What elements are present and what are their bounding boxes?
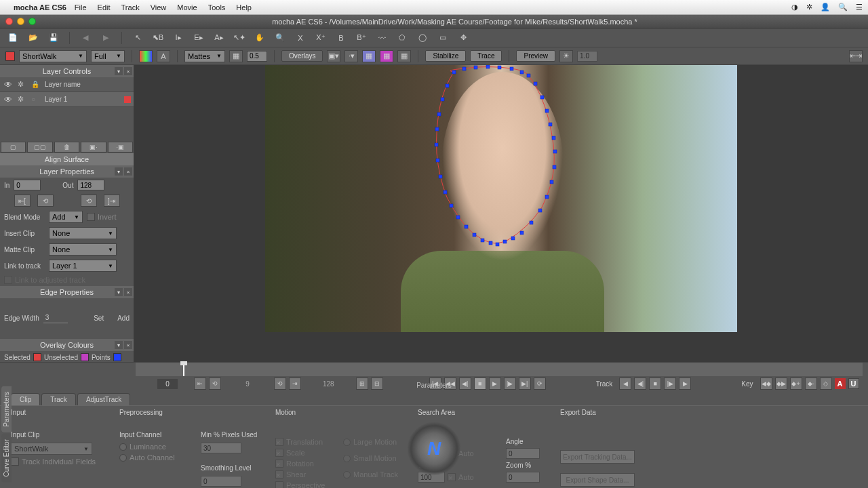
visibility-toggle[interactable]: 👁 (3, 95, 14, 104)
reset-in-icon[interactable]: ⟲ (209, 378, 221, 390)
curve-icon[interactable]: 〰 (374, 30, 389, 45)
shape-icon[interactable]: ◯ (415, 30, 430, 45)
open-icon[interactable]: 📂 (26, 30, 41, 45)
spline-overlay-icon[interactable]: ·▾ (344, 50, 358, 62)
stop-icon[interactable]: ■ (474, 378, 486, 390)
link-dropdown[interactable]: Layer 1▼ (49, 260, 117, 272)
key-del-icon[interactable]: ◆- (805, 378, 817, 390)
shear-checkbox[interactable]: × (275, 470, 283, 479)
scale-checkbox[interactable]: × (275, 449, 283, 457)
frame-current[interactable]: 9 (237, 379, 258, 389)
edge-set-button[interactable]: Set (94, 314, 104, 322)
roto-icon[interactable]: ⬠ (395, 30, 410, 45)
key-add-icon[interactable]: ◆+ (790, 378, 802, 390)
bezier-icon[interactable]: B (334, 30, 349, 45)
step-fwd-icon[interactable]: |▶ (504, 378, 516, 390)
matte-view-icon[interactable]: ▦ (229, 50, 243, 62)
layer-color-swatch[interactable] (5, 52, 15, 61)
new-icon[interactable]: 📄 (5, 30, 20, 45)
set-in-icon[interactable]: ⇤ (194, 378, 206, 390)
grid-overlay-icon[interactable]: ▦ (380, 50, 393, 62)
sidetab-curve[interactable]: Curve Editor (1, 434, 12, 483)
search-icon[interactable]: 🔍 (838, 3, 848, 12)
redo-icon[interactable]: ▶ (98, 30, 113, 45)
autokey-button[interactable]: A (835, 378, 846, 389)
surface-overlay-icon[interactable]: ▦ (362, 50, 376, 62)
uberkey-button[interactable]: U (848, 378, 859, 389)
tracking-spline[interactable] (433, 65, 566, 248)
out-set-icon[interactable]: ]⇥ (104, 195, 120, 207)
input-clip-dropdown[interactable]: ShortWalk▼ (11, 443, 92, 455)
hand-tool-icon[interactable]: ✋ (252, 30, 267, 45)
insert-point-icon[interactable]: I▸ (171, 30, 186, 45)
edge-tool-icon[interactable]: E▸ (191, 30, 206, 45)
invert-checkbox[interactable] (87, 213, 95, 221)
align-surface-button[interactable]: Align Surface (0, 153, 134, 165)
rect-icon[interactable]: ▭ (435, 30, 450, 45)
key-next-icon[interactable]: ◆▶ (775, 378, 787, 390)
menu-file[interactable]: File (75, 3, 87, 12)
selected-color[interactable] (33, 353, 41, 361)
group-layer-icon[interactable]: ▣· (81, 142, 106, 152)
layer-color[interactable] (124, 96, 131, 103)
zoom-input[interactable] (506, 472, 540, 483)
menu-edit[interactable]: Edit (98, 3, 111, 12)
export-shape-button[interactable]: Export Shape Data... (560, 473, 635, 487)
user-icon[interactable]: 👤 (821, 3, 830, 12)
angle-input[interactable] (506, 448, 540, 459)
xspline-add-icon[interactable]: X⁺ (313, 30, 328, 45)
key-all-icon[interactable]: ◇ (820, 378, 832, 390)
ungroup-layer-icon[interactable]: ·▣ (108, 142, 133, 152)
in-set-icon[interactable]: ⇤[ (14, 195, 31, 207)
menu-track[interactable]: Track (121, 3, 140, 12)
track-fwd-icon[interactable]: ▶ (679, 378, 691, 390)
move-icon[interactable]: ✥ (456, 30, 471, 45)
menu-tools[interactable]: Tools (208, 3, 226, 12)
clip-dropdown[interactable]: ShortWalk▼ (19, 50, 87, 62)
edge-add-button[interactable]: Add (117, 314, 130, 322)
close-button[interactable] (5, 18, 13, 25)
insert-dropdown[interactable]: None▼ (49, 227, 117, 239)
minimize-button[interactable] (17, 18, 24, 25)
points-color[interactable] (113, 353, 121, 361)
menu-help[interactable]: Help (236, 3, 252, 12)
track-back-icon[interactable]: ◀ (619, 378, 631, 390)
save-icon[interactable]: 💾 (46, 30, 61, 45)
new-layer-icon[interactable]: ▢ (1, 142, 26, 152)
manual-track-radio[interactable] (343, 471, 351, 479)
step-back-icon[interactable]: ◀| (459, 378, 471, 390)
layer-overlay-icon[interactable]: ▣▾ (327, 50, 340, 62)
smoothing-input[interactable] (201, 476, 241, 487)
layer-row[interactable]: 👁 ✲ ○ Layer 1 (0, 92, 134, 107)
matte-dropdown[interactable]: None▼ (49, 243, 117, 256)
frame-end[interactable]: 128 (317, 379, 340, 389)
brightness-icon[interactable]: ☀ (559, 50, 573, 62)
sidetab-parameters[interactable]: Parameters (1, 386, 12, 432)
playhead[interactable] (183, 363, 184, 376)
panel-close-icon[interactable]: × (124, 67, 132, 75)
zoom-in-icon[interactable]: ⊞ (356, 378, 368, 390)
track-fwd-one-icon[interactable]: |▶ (664, 378, 676, 390)
viewer[interactable] (134, 65, 868, 362)
tab-adjusttrack[interactable]: AdjustTrack (77, 393, 130, 405)
attach-tool-icon[interactable]: A▸ (212, 30, 226, 45)
magnet-tool-icon[interactable]: ↖✦ (232, 30, 247, 45)
layer-name[interactable]: Layer 1 (45, 96, 120, 103)
unselected-color[interactable] (81, 353, 89, 361)
pick-tool-icon[interactable]: ⬉B (151, 30, 165, 45)
expand-icon[interactable]: ⇤⇥ (849, 50, 863, 62)
rotation-checkbox[interactable]: × (275, 460, 283, 468)
undo-icon[interactable]: ◀ (78, 30, 93, 45)
timeline-ruler[interactable] (136, 363, 863, 376)
sync-icon[interactable]: ✲ (806, 3, 812, 12)
resolution-dropdown[interactable]: Full▼ (91, 50, 125, 62)
zoom-out-icon[interactable]: ⊟ (371, 378, 383, 390)
export-tracking-button[interactable]: Export Tracking Data... (560, 450, 635, 464)
panel-menu-icon[interactable]: ▾ (115, 67, 123, 75)
bezier-add-icon[interactable]: B⁺ (354, 30, 369, 45)
mattes-dropdown[interactable]: Mattes▼ (184, 50, 225, 62)
stabilize-button[interactable]: Stabilize (425, 50, 466, 62)
set-out-icon[interactable]: ⇥ (289, 378, 301, 390)
trace-button[interactable]: Trace (470, 50, 502, 62)
out-input[interactable] (77, 180, 104, 190)
